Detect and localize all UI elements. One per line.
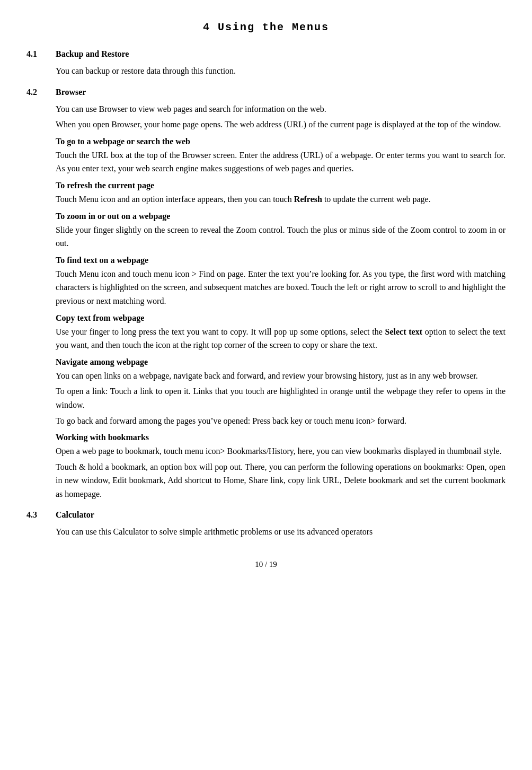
subsection-bookmarks-body-2: Touch & hold a bookmark, an option box w…: [56, 460, 506, 501]
select-text-bold: Select text: [385, 327, 422, 336]
section-4-2-para-2: When you open Browser, your home page op…: [56, 118, 506, 132]
subsection-bookmarks-title: Working with bookmarks: [56, 433, 506, 442]
refresh-bold: Refresh: [294, 195, 322, 204]
subsection-navigate-title: Navigate among webpage: [56, 357, 506, 367]
section-4-2-num: 4.2: [26, 88, 56, 97]
section-4-3: 4.3 Calculator You can use this Calculat…: [26, 510, 506, 539]
section-4-2: 4.2 Browser You can use Browser to view …: [26, 88, 506, 501]
subsection-copy-body: Use your finger to long press the text y…: [56, 325, 506, 352]
section-4-3-body: You can use this Calculator to solve sim…: [26, 525, 506, 539]
subsection-navigate-body-3: To go back and forward among the pages y…: [56, 414, 506, 428]
subsection-find-title: To find text on a webpage: [56, 256, 506, 265]
subsection-bookmarks-body-1: Open a web page to bookmark, touch menu …: [56, 444, 506, 458]
page-title: 4 Using the Menus: [26, 21, 506, 33]
section-4-1-title: Backup and Restore: [56, 49, 129, 59]
subsection-zoom-title: To zoom in or out on a webpage: [56, 212, 506, 221]
section-4-2-para-1: You can use Browser to view web pages an…: [56, 102, 506, 116]
section-4-1-body: You can backup or restore data through t…: [26, 64, 506, 78]
subsection-goto-webpage-body: Touch the URL box at the top of the Brow…: [56, 148, 506, 176]
subsection-find-body: Touch Menu icon and touch menu icon > Fi…: [56, 267, 506, 308]
section-4-1: 4.1 Backup and Restore You can backup or…: [26, 49, 506, 78]
subsection-navigate-body-2: To open a link: Touch a link to open it.…: [56, 384, 506, 412]
page-footer: 10 / 19: [26, 560, 506, 569]
subsection-refresh-body: Touch Menu icon and an option interface …: [56, 192, 506, 206]
subsection-copy-title: Copy text from webpage: [56, 313, 506, 323]
section-4-2-body: You can use Browser to view web pages an…: [26, 102, 506, 501]
section-4-2-title: Browser: [56, 88, 86, 97]
subsection-navigate-body-1: You can open links on a webpage, navigat…: [56, 369, 506, 383]
subsection-goto-webpage-title: To go to a webpage or search the web: [56, 137, 506, 146]
section-4-1-para-1: You can backup or restore data through t…: [56, 64, 506, 78]
section-4-3-num: 4.3: [26, 510, 56, 520]
section-4-3-para-1: You can use this Calculator to solve sim…: [56, 525, 506, 539]
subsection-refresh-title: To refresh the current page: [56, 181, 506, 190]
subsection-zoom-body: Slide your finger slightly on the screen…: [56, 223, 506, 250]
section-4-1-num: 4.1: [26, 49, 56, 59]
section-4-3-title: Calculator: [56, 510, 94, 520]
